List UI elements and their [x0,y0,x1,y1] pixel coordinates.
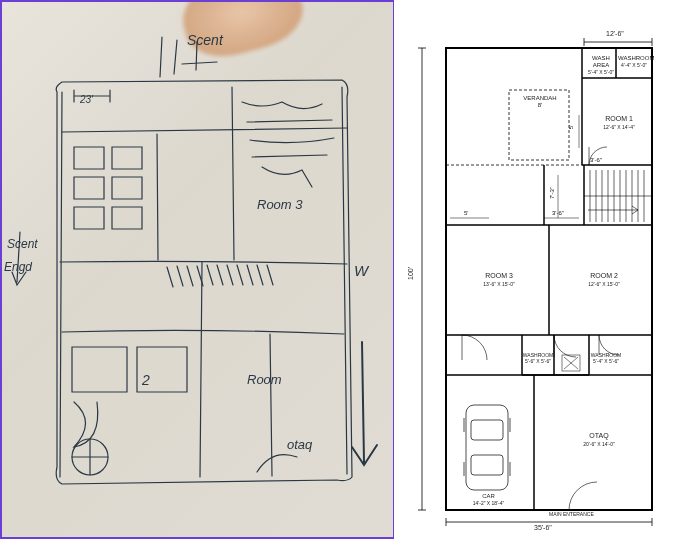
sketch-2: 2 [142,372,150,388]
plan-otaq-dim: 20'-6" X 14'-0" [583,441,615,447]
sketch-panel: Scent 23' Room 3 Scent Engd W Room 2 ota… [0,0,394,539]
floorplan-drawing [394,0,680,540]
plan-washarea-label: WASH AREA [592,55,610,68]
floorplan-panel: 100' 35'-6" 12'-6" WASH AREA 5'-4" X 5'-… [394,0,680,542]
plan-room1: ROOM 1 12'-6" X 14'-4" [594,115,644,132]
plan-car: CAR 14'-2" X 18'-4" [466,493,511,507]
plan-washroom1-label: WASHROOM [618,55,654,61]
plan-washroom2: WASHROOM 5'-6" X 5'-6" [522,352,554,364]
plan-dim-5b: 5' [464,210,468,216]
plan-room2: ROOM 2 12'-6" X 15'-0" [574,272,634,289]
plan-otaq-label: OTAQ [589,432,608,439]
plan-dim-36a: 3'-6" [590,157,602,163]
sketch-dim-23: 23' [80,94,93,105]
sketch-room: Room [247,372,282,387]
sketch-w: W [354,262,368,279]
plan-verandah-dim: 8' [538,102,542,108]
plan-top-dim: 12'-6" [606,30,624,37]
plan-verandah: VERANDAH 8' [519,95,561,109]
plan-width-dim: 35'-6" [534,524,552,531]
svg-rect-41 [471,455,503,475]
plan-car-dim: 14'-2" X 18'-4" [473,500,505,506]
sketch-otaq: otaq [287,437,312,452]
plan-room2-label: ROOM 2 [590,272,618,279]
plan-washroom1: WASHROOM 4'-4" X 5'-0" [618,55,650,69]
plan-washroom1-dim: 4'-4" X 5'-0" [621,62,647,68]
plan-room1-dim: 12'-6" X 14'-4" [603,124,635,130]
plan-washroom2-dim: 5'-6" X 5'-6" [525,358,551,364]
plan-washroom3: WASHROOM 5'-4" X 5'-6" [590,352,622,364]
plan-car-label: CAR [482,493,495,499]
plan-height-dim: 100' [407,267,414,280]
sketch-lines [2,2,394,539]
plan-washarea-dim: 5'-4" X 5'-0" [588,69,614,75]
svg-rect-40 [471,420,503,440]
plan-room3: ROOM 3 13'-6" X 15'-0" [469,272,529,289]
plan-room3-label: ROOM 3 [485,272,513,279]
plan-washarea: WASH AREA 5'-4" X 5'-0" [586,55,616,77]
plan-dim-36b: 3'-6" [552,210,564,216]
svg-rect-39 [466,405,508,490]
sketch-label-scent: Scent [187,32,223,48]
plan-verandah-label: VERANDAH [523,95,556,101]
plan-room1-label: ROOM 1 [605,115,633,122]
plan-washroom3-dim: 5'-4" X 5'-6" [593,358,619,364]
sketch-side-engd: Engd [4,260,32,274]
plan-otaq: OTAQ 20'-6" X 14'-0" [564,432,634,449]
plan-room2-dim: 12'-6" X 15'-0" [588,281,620,287]
sketch-room3: Room 3 [257,197,303,212]
plan-dim-5a: 5' [568,125,574,129]
plan-main-ent: MAIN ENTERANCE [549,511,594,517]
sketch-side-scent: Scent [7,237,38,251]
plan-dim-73: 7'-3" [549,187,555,199]
plan-room3-dim: 13'-6" X 15'-0" [483,281,515,287]
